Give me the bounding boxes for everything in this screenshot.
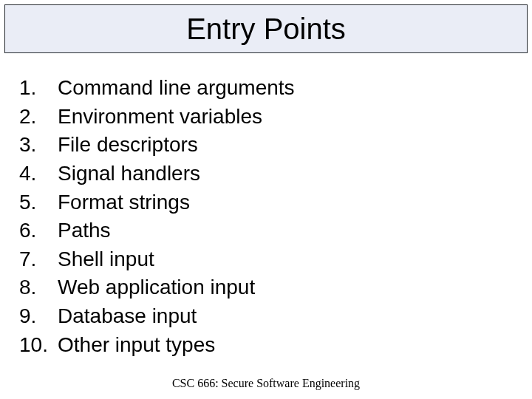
list-number: 1. — [19, 74, 58, 103]
list-item: 6. Paths — [19, 216, 532, 245]
slide-footer: CSC 666: Secure Software Engineering — [0, 377, 532, 390]
list-number: 7. — [19, 245, 58, 274]
list-item: 1. Command line arguments — [19, 74, 532, 103]
list-text: Command line arguments — [58, 74, 295, 103]
list-item: 2. Environment variables — [19, 103, 532, 132]
list-text: Web application input — [58, 273, 255, 302]
list-text: Signal handlers — [58, 160, 200, 188]
entry-points-list: 1. Command line arguments 2. Environment… — [19, 74, 532, 359]
list-number: 4. — [19, 160, 58, 188]
list-text: File descriptors — [58, 131, 198, 160]
list-number: 3. — [19, 131, 58, 160]
list-text: Environment variables — [58, 103, 262, 132]
list-number: 10. — [19, 331, 58, 360]
slide-title-bar: Entry Points — [4, 4, 528, 53]
list-item: 5. Format strings — [19, 188, 532, 217]
slide-title: Entry Points — [186, 13, 346, 46]
list-number: 8. — [19, 273, 58, 302]
list-text: Shell input — [58, 245, 154, 274]
list-number: 5. — [19, 188, 58, 217]
list-number: 2. — [19, 103, 58, 132]
list-item: 3. File descriptors — [19, 131, 532, 160]
list-item: 8. Web application input — [19, 273, 532, 302]
list-item: 10. Other input types — [19, 331, 532, 360]
list-item: 4. Signal handlers — [19, 160, 532, 188]
list-number: 9. — [19, 302, 58, 331]
list-item: 9. Database input — [19, 302, 532, 331]
list-number: 6. — [19, 216, 58, 245]
list-text: Other input types — [58, 331, 215, 360]
slide-body: 1. Command line arguments 2. Environment… — [0, 53, 532, 359]
list-item: 7. Shell input — [19, 245, 532, 274]
list-text: Format strings — [58, 188, 190, 217]
list-text: Database input — [58, 302, 197, 331]
list-text: Paths — [58, 216, 111, 245]
